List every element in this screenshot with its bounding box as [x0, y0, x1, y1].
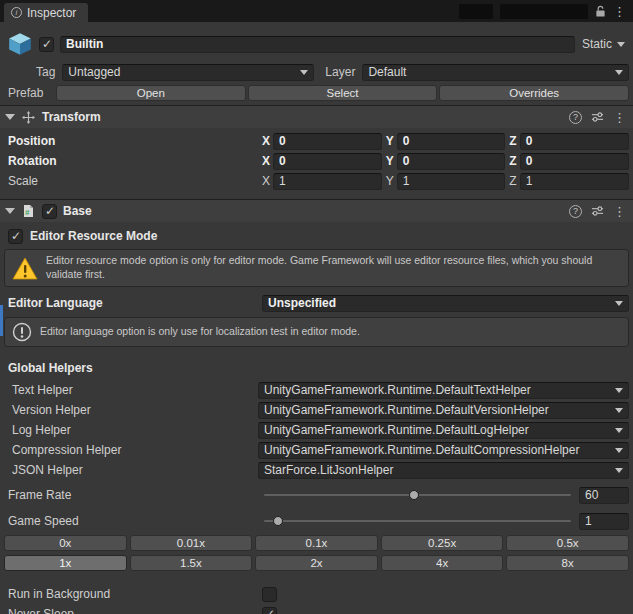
run-in-background-row: Run in Background [0, 584, 633, 604]
component-header-controls: ? ⋮ [569, 111, 626, 124]
base-component-header[interactable]: # Base ? ⋮ [0, 199, 633, 222]
axis-label-z[interactable]: Z [509, 174, 516, 188]
component-header-controls: ? ⋮ [569, 205, 626, 218]
compression-helper-row: Compression Helper UnityGameFramework.Ru… [0, 440, 633, 460]
compression-helper-label: Compression Helper [8, 443, 258, 457]
speed-button-1x[interactable]: 1x [4, 555, 127, 571]
axis-label-x[interactable]: X [262, 154, 270, 168]
help-icon[interactable]: ? [569, 205, 582, 218]
help-icon[interactable]: ? [569, 111, 582, 124]
speed-button-2x[interactable]: 2x [255, 555, 378, 571]
frame-rate-slider[interactable] [264, 487, 571, 503]
speed-buttons-row-2: 1x 1.5x 2x 4x 8x [0, 555, 633, 571]
svg-text:#: # [25, 208, 30, 217]
speed-button-0-01x[interactable]: 0.01x [130, 535, 253, 551]
static-dropdown[interactable]: Static [581, 37, 626, 51]
lock-icon[interactable] [595, 5, 606, 18]
inspector-tab-bar: i Inspector ⋮ [0, 0, 633, 22]
game-speed-label: Game Speed [8, 514, 262, 528]
axis-label-x[interactable]: X [262, 174, 270, 188]
presets-icon[interactable] [591, 205, 604, 217]
editor-language-dropdown[interactable]: Unspecified [262, 295, 629, 312]
docked-strip [500, 4, 588, 19]
compression-helper-dropdown[interactable]: UnityGameFramework.Runtime.DefaultCompre… [258, 442, 629, 459]
slider-handle[interactable] [409, 490, 419, 500]
rotation-y-field[interactable]: 0 [397, 153, 506, 170]
info-text: Editor language option is only use for l… [40, 325, 360, 339]
scale-z-field[interactable]: 1 [520, 173, 629, 190]
scale-x-field[interactable]: 1 [273, 173, 382, 190]
speed-button-0-1x[interactable]: 0.1x [255, 535, 378, 551]
position-z-field[interactable]: 0 [520, 133, 629, 150]
speed-buttons-row-1: 0x 0.01x 0.1x 0.25x 0.5x [0, 535, 633, 551]
rotation-x-field[interactable]: 0 [273, 153, 382, 170]
position-x-field[interactable]: 0 [273, 133, 382, 150]
foldout-arrow-icon[interactable] [5, 208, 15, 214]
prefab-open-button[interactable]: Open [56, 85, 246, 101]
speed-button-0-25x[interactable]: 0.25x [381, 535, 504, 551]
axis-label-y[interactable]: Y [386, 134, 394, 148]
game-speed-field[interactable]: 1 [579, 513, 629, 530]
warning-text: Editor resource mode option is only for … [46, 254, 620, 282]
info-circle-icon [12, 322, 32, 342]
kebab-menu-icon[interactable]: ⋮ [613, 205, 626, 218]
speed-button-1-5x[interactable]: 1.5x [130, 555, 253, 571]
transform-component-header[interactable]: Transform ? ⋮ [0, 105, 633, 128]
run-in-background-checkbox[interactable] [262, 587, 277, 602]
speed-button-4x[interactable]: 4x [381, 555, 504, 571]
run-in-background-label: Run in Background [8, 587, 262, 601]
slider-handle[interactable] [273, 516, 283, 526]
speed-button-0-5x[interactable]: 0.5x [506, 535, 629, 551]
component-enabled-checkbox[interactable] [42, 204, 57, 219]
version-helper-dropdown[interactable]: UnityGameFramework.Runtime.DefaultVersio… [258, 402, 629, 419]
editor-language-row: Editor Language Unspecified [0, 293, 633, 313]
info-icon: i [11, 7, 22, 18]
chevron-down-icon [300, 70, 308, 75]
kebab-menu-icon[interactable]: ⋮ [613, 5, 626, 18]
tab-label: Inspector [27, 6, 76, 20]
active-checkbox[interactable] [39, 37, 54, 52]
position-y-field[interactable]: 0 [397, 133, 506, 150]
gameobject-cube-icon[interactable] [7, 31, 33, 57]
log-helper-dropdown[interactable]: UnityGameFramework.Runtime.DefaultLogHel… [258, 422, 629, 439]
transform-body: Position X 0 Y 0 Z 0 Rotation X 0 Y 0 Z … [0, 128, 633, 197]
layer-dropdown[interactable]: Default [362, 64, 629, 81]
frame-rate-field[interactable]: 60 [579, 487, 629, 504]
kebab-menu-icon[interactable]: ⋮ [613, 111, 626, 124]
rotation-label: Rotation [8, 154, 262, 168]
presets-icon[interactable] [591, 111, 604, 123]
scale-label: Scale [8, 174, 262, 188]
docked-strip [459, 4, 493, 19]
name-field[interactable]: Builtin [60, 36, 575, 53]
speed-button-8x[interactable]: 8x [506, 555, 629, 571]
chevron-down-icon [615, 428, 623, 433]
never-sleep-checkbox[interactable] [262, 607, 277, 614]
text-helper-dropdown[interactable]: UnityGameFramework.Runtime.DefaultTextHe… [258, 382, 629, 399]
text-helper-label: Text Helper [8, 383, 258, 397]
transform-icon [21, 110, 36, 125]
axis-label-z[interactable]: Z [509, 154, 516, 168]
frame-rate-label: Frame Rate [8, 488, 262, 502]
tab-inspector[interactable]: i Inspector [4, 3, 88, 22]
speed-button-0x[interactable]: 0x [4, 535, 127, 551]
game-speed-slider[interactable] [264, 513, 571, 529]
rotation-z-field[interactable]: 0 [520, 153, 629, 170]
prefab-overrides-button[interactable]: Overrides [439, 85, 629, 101]
editor-resource-mode-checkbox[interactable] [8, 229, 23, 244]
slider-track [264, 520, 571, 522]
text-helper-row: Text Helper UnityGameFramework.Runtime.D… [0, 380, 633, 400]
tag-dropdown[interactable]: Untagged [62, 64, 314, 81]
scale-y-field[interactable]: 1 [397, 173, 506, 190]
axis-label-z[interactable]: Z [509, 134, 516, 148]
position-label: Position [8, 134, 262, 148]
axis-label-y[interactable]: Y [386, 174, 394, 188]
log-helper-row: Log Helper UnityGameFramework.Runtime.De… [0, 420, 633, 440]
foldout-arrow-icon[interactable] [5, 114, 15, 120]
prefab-row: Prefab Open Select Overrides [0, 82, 633, 103]
axis-label-y[interactable]: Y [386, 154, 394, 168]
json-helper-dropdown[interactable]: StarForce.LitJsonHelper [258, 462, 629, 479]
version-helper-label: Version Helper [8, 403, 258, 417]
prefab-select-button[interactable]: Select [248, 85, 438, 101]
never-sleep-label: Never Sleep [8, 607, 262, 614]
axis-label-x[interactable]: X [262, 134, 270, 148]
